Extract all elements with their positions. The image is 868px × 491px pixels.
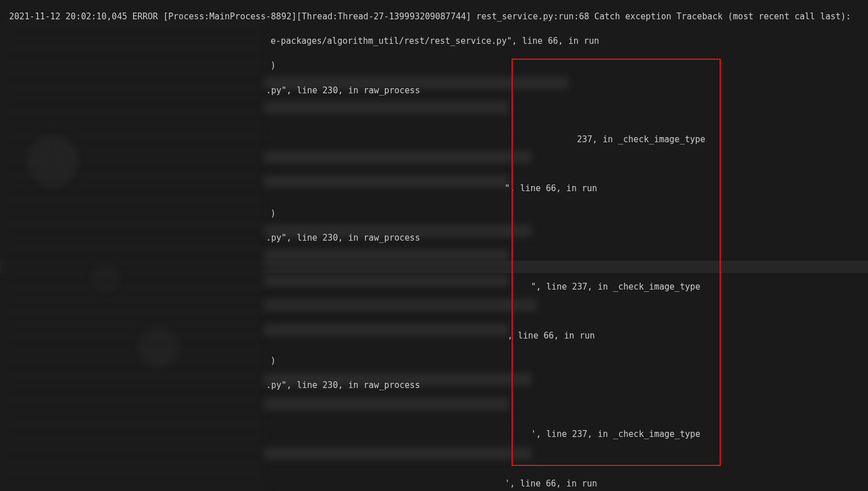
log-line — [0, 306, 868, 318]
log-line: .py", line 230, in raw_process — [0, 232, 868, 245]
log-line — [0, 158, 868, 171]
log-line — [0, 404, 868, 416]
log-line: ) — [0, 208, 868, 220]
log-line: ', line 237, in _check_image_type — [0, 428, 868, 441]
log-line: ", line 237, in _check_image_type — [0, 281, 868, 294]
log-line: .py", line 230, in raw_process — [0, 379, 868, 392]
log-line: ', line 66, in run — [0, 478, 868, 490]
log-line — [0, 257, 868, 269]
log-line — [0, 453, 868, 465]
log-line: , line 66, in run — [0, 330, 868, 343]
log-line — [0, 109, 868, 122]
log-line: ", line 66, in run — [0, 183, 868, 195]
log-line: ) — [0, 60, 868, 72]
log-line: e-packages/algorithm_util/rest/rest_serv… — [0, 35, 868, 48]
log-line: 237, in _check_image_type — [0, 134, 868, 146]
log-line: .py", line 230, in raw_process — [0, 85, 868, 97]
log-output[interactable]: 2021-11-12 20:02:10,045 ERROR [Process:M… — [0, 9, 868, 491]
log-line: ) — [0, 355, 868, 368]
log-line-header: 2021-11-12 20:02:10,045 ERROR [Process:M… — [0, 11, 868, 23]
